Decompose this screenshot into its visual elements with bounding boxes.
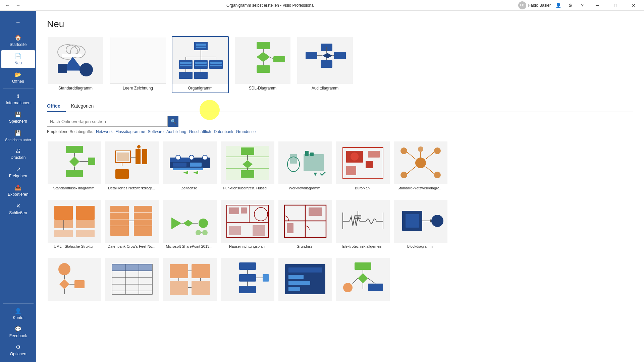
template-card-standard[interactable]: Standarddiagramm	[47, 36, 104, 93]
template-card-organigramm[interactable]: Organigramm	[172, 36, 229, 93]
grid-card-std-netzwerk[interactable]: Standard-Netzwerkdiagra...	[393, 141, 447, 192]
grid-card-r3-6[interactable]	[335, 257, 389, 305]
search-button[interactable]: 🔍	[168, 116, 178, 127]
grid-label-netzwerk: Detailliertes Netzwerkdiagr...	[105, 184, 158, 192]
svg-rect-149	[406, 214, 419, 228]
svg-rect-3	[62, 54, 82, 57]
svg-rect-15	[180, 62, 192, 64]
tab-office[interactable]: Office	[47, 101, 66, 112]
suggested-tag-grundrisse[interactable]: Grundrisse	[236, 129, 256, 134]
sidebar-item-drucken[interactable]: 🖨 Drucken	[1, 145, 35, 163]
grid-card-r3-3[interactable]	[162, 257, 216, 305]
grid-card-grundriss[interactable]: Grundriss	[278, 199, 331, 251]
minimize-button[interactable]: ─	[590, 0, 605, 11]
grid-thumb-funktions	[221, 141, 274, 184]
svg-line-100	[426, 167, 434, 174]
svg-rect-45	[66, 146, 83, 153]
sidebar-item-optionen[interactable]: ⚙ Optionen	[1, 341, 35, 359]
grid-card-sharepoint[interactable]: Microsoft SharePoint 2013...	[162, 199, 216, 251]
grid-card-elektro[interactable]: Elektrotechnik allgemein	[335, 199, 389, 251]
grid-label-sharepoint: Microsoft SharePoint 2013...	[163, 243, 215, 250]
svg-rect-18	[194, 60, 208, 69]
grid-card-r3-5[interactable]	[278, 257, 331, 305]
grid-card-r3-2[interactable]	[105, 257, 158, 305]
sidebar-item-startseite[interactable]: 🏠 Startseite	[1, 32, 35, 50]
svg-rect-106	[54, 230, 73, 237]
forward-nav-icon[interactable]: →	[13, 1, 23, 10]
tab-kategorien[interactable]: Kategorien	[71, 101, 99, 112]
grid-thumb-r3-6	[336, 258, 390, 301]
sidebar-label-exportieren: Exportieren	[8, 192, 28, 197]
export-icon: 📤	[15, 184, 21, 191]
svg-rect-74	[241, 147, 254, 155]
grid-card-uml[interactable]: UML - Statische Struktur	[47, 199, 101, 251]
help-icon[interactable]: ?	[578, 1, 587, 10]
close-nav-icon: ✕	[16, 203, 20, 209]
svg-rect-190	[368, 284, 383, 291]
sidebar-item-konto[interactable]: 👤 Konto	[1, 305, 35, 323]
close-button[interactable]: ✕	[626, 0, 641, 11]
sidebar-item-offnen[interactable]: 📂 Öffnen	[1, 69, 35, 86]
grid-label-crowsfeet: Datenbank-Crow's Feet-No...	[105, 243, 158, 250]
sidebar-item-neu[interactable]: 📄 Neu	[1, 50, 35, 68]
grid-card-buroplan[interactable]: Büroplan	[335, 141, 389, 192]
sidebar-item-schliessen[interactable]: ✕ Schließen	[1, 200, 35, 218]
svg-rect-32	[273, 56, 285, 62]
suggested-tag-geschaeftlich[interactable]: Geschäftlich	[189, 129, 211, 134]
grid-thumb-block	[394, 200, 447, 243]
grid-card-block[interactable]: Blockdiagramm	[393, 199, 447, 251]
sidebar-item-speichern-unter[interactable]: 💾 Speichern unter	[1, 127, 35, 144]
template-label-organigramm: Organigramm	[172, 84, 228, 93]
svg-rect-177	[239, 274, 256, 282]
grid-card-crowsfeet[interactable]: Datenbank-Crow's Feet-No...	[105, 199, 158, 251]
template-card-sdl[interactable]: SDL-Diagramm	[234, 36, 291, 93]
template-label-audit: Auditdiagramm	[297, 84, 353, 93]
svg-rect-38	[321, 60, 332, 68]
svg-line-98	[426, 152, 434, 159]
svg-rect-68	[173, 168, 203, 170]
grid-label-buroplan: Büroplan	[336, 184, 388, 192]
sidebar-item-back[interactable]: ←	[1, 14, 35, 31]
suggested-tag-ausbildung[interactable]: Ausbildung	[166, 129, 186, 134]
template-card-leer[interactable]: Leere Zeichnung	[109, 36, 166, 93]
sidebar-item-freigeben[interactable]: ↗ Freigeben	[1, 163, 35, 181]
home-icon: 🏠	[15, 35, 21, 41]
template-card-audit[interactable]: Auditdiagramm	[297, 36, 354, 93]
svg-rect-5	[58, 64, 67, 73]
sidebar-item-speichern[interactable]: 💾 Speichern	[1, 109, 35, 126]
sidebar-item-informationen[interactable]: ℹ Informationen	[1, 90, 35, 108]
svg-rect-49	[66, 170, 83, 177]
grid-card-r3-1[interactable]	[47, 257, 101, 305]
suggested-tag-fluss[interactable]: Flussdiagramme	[115, 129, 145, 134]
suggested-label: Empfohlene Suchbegriffe:	[47, 129, 93, 134]
svg-rect-80	[290, 154, 297, 164]
grid-card-hauseinrichtung[interactable]: Hauseinrichtungsplan	[220, 199, 274, 251]
account-icon[interactable]: 👤	[553, 1, 563, 10]
template-grid-row3	[47, 257, 633, 305]
feedback-icon: 💬	[15, 326, 21, 332]
settings-icon[interactable]: ⚙	[566, 1, 575, 10]
suggested-tag-netzwerk[interactable]: Netzwerk	[96, 129, 113, 134]
svg-rect-138	[309, 207, 322, 216]
grid-card-r3-4[interactable]	[220, 257, 274, 305]
maximize-button[interactable]: □	[608, 0, 623, 11]
svg-rect-24	[210, 65, 222, 66]
grid-card-funktions[interactable]: Funktionsübergreif. Flussdi...	[220, 141, 274, 192]
grid-card-standardfluss[interactable]: Standardfluss- diagramm	[47, 141, 101, 192]
sidebar-item-exportieren[interactable]: 📤 Exportieren	[1, 182, 35, 199]
svg-point-95	[434, 172, 441, 178]
back-nav-icon[interactable]: ←	[3, 1, 12, 10]
svg-line-193	[353, 278, 358, 284]
grid-card-workflow[interactable]: Workflowdiagramm	[278, 141, 331, 192]
grid-label-standardfluss: Standardfluss- diagramm	[48, 184, 100, 192]
grid-card-zeitachse[interactable]: Zeitachse	[162, 141, 216, 192]
sidebar-item-feedback[interactable]: 💬 Feedback	[1, 323, 35, 341]
suggested-tag-datenbank[interactable]: Datenbank	[214, 129, 233, 134]
search-input[interactable]	[47, 116, 168, 127]
grid-card-netzwerk[interactable]: Detailliertes Netzwerkdiagr...	[105, 141, 158, 192]
suggested-tag-software[interactable]: Software	[148, 129, 164, 134]
svg-point-87	[351, 153, 359, 161]
svg-rect-129	[229, 207, 239, 214]
grid-thumb-grundriss	[278, 200, 332, 243]
sidebar-label-startseite: Startseite	[10, 42, 27, 47]
